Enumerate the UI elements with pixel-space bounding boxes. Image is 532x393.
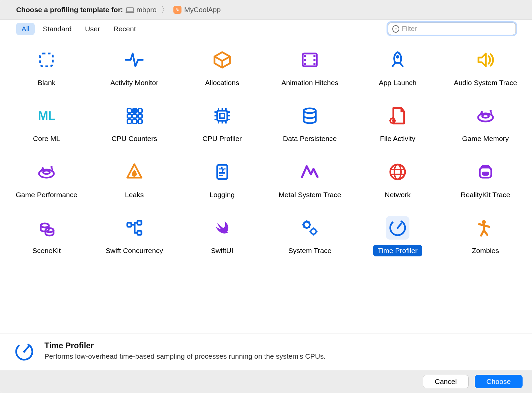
template-label: Logging [205, 189, 239, 201]
template-label: Zombies [467, 245, 504, 256]
filter-input[interactable] [402, 25, 511, 33]
template-app-launch[interactable]: App Launch [354, 46, 442, 91]
template-animation-hitches[interactable]: Animation Hitches [266, 46, 354, 91]
template-realitykit-trace[interactable]: RealityKit Trace [441, 158, 529, 203]
template-swiftui[interactable]: SwiftUI [178, 214, 266, 258]
breadcrumb-device[interactable]: mbpro [126, 6, 157, 14]
svg-rect-12 [127, 109, 131, 113]
template-game-performance[interactable]: Game Performance [3, 158, 91, 203]
template-label: Leaks [120, 189, 148, 201]
template-label: Game Memory [457, 133, 513, 144]
template-cpu-counters[interactable]: CPU Counters [91, 102, 178, 146]
template-label: Network [380, 189, 415, 201]
detail-icon [13, 341, 35, 362]
template-label: App Launch [374, 77, 421, 88]
footer: Cancel Choose [0, 370, 532, 393]
template-label: Time Profiler [373, 245, 422, 256]
titlebar-label: Choose a profiling template for: [16, 6, 123, 14]
template-zombies[interactable]: Zombies [441, 214, 529, 258]
coreml-icon: ML [35, 104, 58, 128]
svg-rect-22 [220, 113, 225, 118]
template-cpu-profiler[interactable]: CPU Profiler [178, 102, 266, 146]
template-file-activity[interactable]: File Activity [354, 102, 442, 146]
metal-icon [298, 160, 322, 184]
laptop-icon [126, 7, 134, 12]
template-label: Data Persistence [278, 133, 341, 144]
template-audio-system-trace[interactable]: Audio System Trace [441, 46, 529, 91]
template-label: System Trace [284, 245, 336, 256]
template-metal-system-trace[interactable]: Metal System Trace [266, 158, 354, 203]
svg-point-61 [41, 223, 49, 227]
template-label: Allocations [200, 77, 244, 88]
titlebar: Choose a profiling template for: mbpro 〉… [0, 0, 532, 20]
svg-rect-65 [137, 231, 141, 235]
detail-panel: Time Profiler Performs low-overhead time… [0, 333, 532, 370]
filter-field[interactable]: ≡ [388, 23, 516, 35]
template-swift-concurrency[interactable]: Swift Concurrency [91, 214, 178, 258]
fileactivity-icon [386, 104, 409, 128]
svg-rect-8 [313, 59, 315, 61]
svg-rect-0 [40, 53, 53, 66]
svg-rect-15 [127, 114, 131, 118]
app-icon: ✎ [173, 6, 181, 14]
timeprofiler-icon [386, 216, 409, 240]
choose-button[interactable]: Choose [475, 375, 523, 388]
svg-rect-4 [304, 55, 306, 57]
svg-point-70 [397, 227, 399, 229]
logging-icon [210, 160, 234, 184]
template-label: File Activity [375, 133, 420, 144]
template-label: CPU Profiler [198, 133, 246, 144]
blank-icon [35, 48, 58, 72]
svg-rect-16 [133, 114, 137, 118]
template-data-persistence[interactable]: Data Persistence [266, 102, 354, 146]
filter-tab-recent[interactable]: Recent [108, 23, 141, 35]
swiftui-icon [210, 216, 234, 240]
template-activity-monitor[interactable]: Activity Monitor [91, 46, 178, 91]
template-allocations[interactable]: Allocations [178, 46, 266, 91]
animation-icon [298, 48, 322, 72]
breadcrumb-app[interactable]: ✎ MyCoolApp [173, 6, 221, 14]
toolbar: AllStandardUserRecent ≡ [0, 20, 532, 38]
svg-point-74 [23, 351, 25, 353]
template-chooser-window: Choose a profiling template for: mbpro 〉… [0, 0, 532, 393]
template-label: SwiftUI [206, 245, 238, 256]
template-label: Activity Monitor [106, 77, 163, 88]
systemtrace-icon [298, 216, 322, 240]
svg-rect-5 [304, 59, 306, 61]
filter-tab-standard[interactable]: Standard [37, 23, 77, 35]
detail-description: Performs low-overhead time-based samplin… [44, 352, 326, 360]
template-label: RealityKit Trace [456, 189, 515, 201]
filter-tab-user[interactable]: User [80, 23, 105, 35]
svg-rect-19 [133, 119, 137, 123]
template-game-memory[interactable]: Game Memory [441, 102, 529, 146]
network-icon [386, 160, 409, 184]
svg-rect-13 [133, 109, 137, 113]
audio-icon [474, 48, 497, 72]
template-leaks[interactable]: Leaks [91, 158, 178, 203]
filter-tab-all[interactable]: All [16, 23, 35, 35]
template-label: Metal System Trace [274, 189, 346, 201]
cpuprofiler-icon [210, 104, 234, 128]
svg-point-54 [394, 165, 401, 179]
template-network[interactable]: Network [354, 158, 442, 203]
template-label: CPU Counters [107, 133, 162, 144]
template-grid-scroll[interactable]: BlankActivity MonitorAllocationsAnimatio… [0, 38, 532, 333]
template-scenekit[interactable]: SceneKit [3, 214, 91, 258]
template-time-profiler[interactable]: Time Profiler [354, 214, 442, 258]
template-logging[interactable]: Logging [178, 158, 266, 203]
gamememory-icon [474, 104, 497, 128]
svg-rect-14 [138, 109, 142, 113]
scenekit-icon [35, 216, 58, 240]
template-blank[interactable]: Blank [3, 46, 91, 91]
breadcrumb-device-label: mbpro [136, 6, 157, 14]
template-core-ml[interactable]: MLCore ML [3, 102, 91, 146]
template-system-trace[interactable]: System Trace [266, 214, 354, 258]
svg-point-45 [43, 171, 50, 174]
counters-icon [123, 104, 146, 128]
realitykit-icon [474, 160, 497, 184]
cancel-button[interactable]: Cancel [423, 375, 468, 388]
template-label: Game Performance [11, 189, 82, 201]
svg-text:ML: ML [38, 109, 56, 123]
datapersist-icon [298, 104, 322, 128]
svg-rect-9 [313, 63, 315, 65]
